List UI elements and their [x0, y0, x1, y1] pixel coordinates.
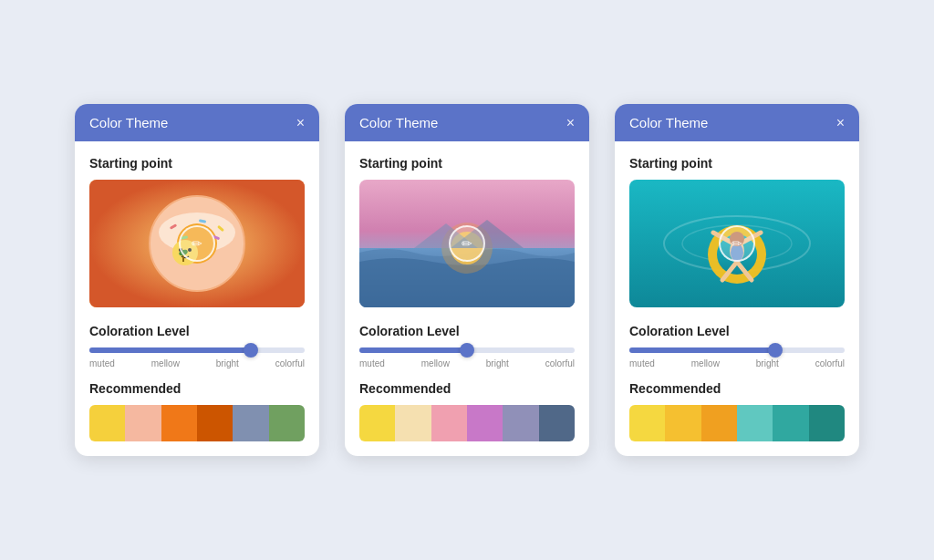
card-header: Color Theme ×	[75, 104, 319, 141]
starting-point-label: Starting point	[629, 156, 845, 171]
color-swatch-6[interactable]	[539, 405, 575, 441]
edit-icon: ✏	[462, 236, 472, 251]
coloration-level-label: Coloration Level	[359, 324, 575, 338]
color-swatch-6[interactable]	[269, 405, 305, 441]
card-header: Color Theme ×	[615, 104, 859, 141]
slider-section: mutedmellowbrightcolorful	[359, 347, 575, 368]
recommended-label: Recommended	[629, 381, 845, 396]
card-header: Color Theme ×	[345, 104, 589, 141]
coloration-level-label: Coloration Level	[89, 324, 305, 338]
color-swatch-3[interactable]	[701, 405, 737, 441]
slider-label-colorful: colorful	[815, 358, 845, 368]
color-swatch-6[interactable]	[809, 405, 845, 441]
slider-section: mutedmellowbrightcolorful	[629, 347, 845, 368]
slider-label-colorful: colorful	[275, 358, 305, 368]
color-theme-card-3: Color Theme × Starting point	[615, 104, 859, 456]
edit-icon: ✏	[192, 236, 202, 251]
color-swatch-3[interactable]	[161, 405, 197, 441]
coloration-level-label: Coloration Level	[629, 324, 845, 338]
starting-point-image[interactable]: ✏	[629, 180, 845, 307]
slider-label-muted: muted	[359, 358, 385, 368]
recommended-label: Recommended	[89, 381, 305, 396]
color-swatch-4[interactable]	[197, 405, 233, 441]
color-swatch-1[interactable]	[359, 405, 395, 441]
slider-label-mellow: mellow	[421, 358, 450, 368]
color-swatch-2[interactable]	[125, 405, 161, 441]
color-palette[interactable]	[89, 405, 305, 441]
slider-thumb[interactable]	[768, 343, 783, 358]
edit-icon: ✏	[732, 236, 742, 251]
color-swatch-4[interactable]	[467, 405, 503, 441]
card-title: Color Theme	[359, 115, 438, 130]
slider-label-bright: bright	[486, 358, 509, 368]
starting-point-image[interactable]: ✏	[89, 180, 305, 307]
color-swatch-5[interactable]	[503, 405, 538, 441]
edit-overlay[interactable]: ✏	[719, 225, 755, 262]
slider-label-muted: muted	[629, 358, 655, 368]
close-button[interactable]: ×	[296, 116, 305, 130]
starting-point-image[interactable]: ✏	[359, 180, 575, 307]
color-swatch-5[interactable]	[233, 405, 268, 441]
edit-overlay[interactable]: ✏	[449, 225, 485, 262]
starting-point-label: Starting point	[89, 156, 305, 171]
color-theme-card-1: Color Theme × Starting point	[75, 104, 319, 456]
slider-label-mellow: mellow	[151, 358, 180, 368]
slider-thumb[interactable]	[244, 343, 258, 358]
color-palette[interactable]	[629, 405, 845, 441]
card-title: Color Theme	[89, 115, 168, 130]
close-button[interactable]: ×	[836, 116, 845, 130]
slider-thumb[interactable]	[460, 343, 474, 358]
slider-track[interactable]	[89, 347, 305, 353]
color-swatch-2[interactable]	[665, 405, 700, 441]
cards-container: Color Theme × Starting point	[38, 67, 896, 493]
slider-track[interactable]	[629, 347, 845, 353]
starting-point-label: Starting point	[359, 156, 575, 171]
color-swatch-3[interactable]	[431, 405, 467, 441]
color-swatch-1[interactable]	[629, 405, 665, 441]
recommended-label: Recommended	[359, 381, 575, 396]
slider-section: mutedmellowbrightcolorful	[89, 347, 305, 368]
color-swatch-2[interactable]	[395, 405, 431, 441]
color-swatch-4[interactable]	[737, 405, 773, 441]
color-palette[interactable]	[359, 405, 575, 441]
slider-label-muted: muted	[89, 358, 115, 368]
slider-track[interactable]	[359, 347, 575, 353]
color-swatch-1[interactable]	[89, 405, 125, 441]
edit-overlay[interactable]: ✏	[179, 225, 215, 262]
color-theme-card-2: Color Theme × Starting point	[345, 104, 589, 456]
slider-label-mellow: mellow	[691, 358, 720, 368]
slider-label-bright: bright	[756, 358, 779, 368]
color-swatch-5[interactable]	[773, 405, 808, 441]
close-button[interactable]: ×	[566, 116, 575, 130]
slider-label-colorful: colorful	[545, 358, 575, 368]
card-title: Color Theme	[629, 115, 708, 130]
slider-label-bright: bright	[216, 358, 239, 368]
